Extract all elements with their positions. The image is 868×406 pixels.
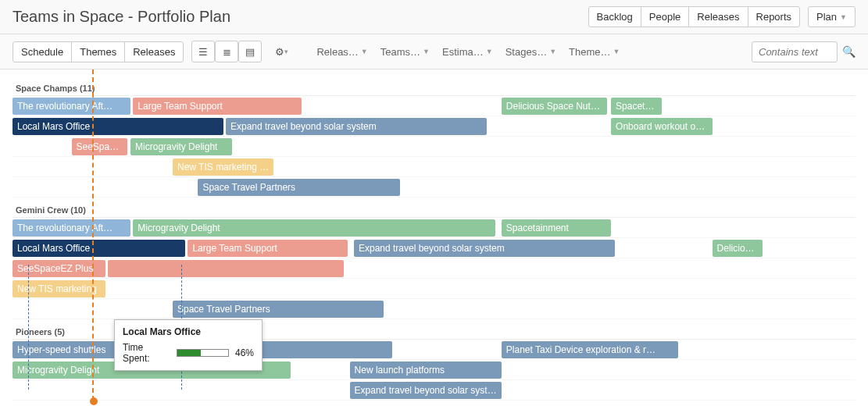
gantt-bar[interactable]: Spacetainment [502, 219, 611, 237]
layout-1-icon[interactable]: ☰ [191, 41, 215, 62]
chevron-down-icon: ▼ [423, 48, 430, 55]
gantt-bar[interactable]: Spacetai… [611, 98, 662, 115]
gantt-row: SeeSpaceEZ Plus [13, 258, 855, 279]
group-header[interactable]: Gemini Crew (10) [13, 201, 855, 218]
plan-label: Plan [816, 11, 837, 23]
gantt-bar[interactable] [108, 260, 344, 277]
gantt-bar[interactable]: Microgravity Delight [133, 219, 495, 237]
plan-dropdown[interactable]: Plan ▼ [808, 6, 855, 27]
chevron-down-icon: ▼ [486, 48, 493, 55]
gantt-bar[interactable]: Local Mars Office [13, 240, 185, 257]
gantt-row: Space Travel Partners [13, 177, 855, 198]
gantt-bar[interactable]: Expand travel beyond solar system [226, 118, 487, 135]
gantt-bar[interactable]: Onboard workout opt… [611, 118, 712, 135]
gantt-bar[interactable]: Expand travel beyond solar system [354, 240, 615, 257]
view-tabs: Schedule Themes Releases [13, 41, 184, 62]
nav-releases[interactable]: Releases [688, 6, 748, 27]
gantt-bar[interactable]: New TIS marketing [13, 280, 105, 297]
filter-teams[interactable]: Teams…▼ [380, 46, 430, 58]
tab-schedule[interactable]: Schedule [13, 41, 72, 62]
gear-icon[interactable]: ⚙ ▾ [270, 41, 293, 62]
gantt-bar[interactable]: The revolutionary Aft… [13, 219, 130, 237]
gantt-bar[interactable]: Expand travel beyond solar system [350, 382, 502, 399]
gantt-bar[interactable]: Large Team Support [133, 98, 302, 115]
tooltip-title: Local Mars Office [123, 326, 254, 337]
bar-tooltip: Local Mars Office Time Spent: 46% [114, 319, 263, 371]
gantt-bar[interactable]: Space Travel Partners [198, 179, 400, 196]
gantt-bar[interactable]: Local Mars Office [13, 118, 223, 135]
gantt-row: New TIS marketing c… [13, 157, 855, 177]
chevron-down-icon: ▼ [361, 48, 368, 55]
layout-buttons: ☰ ≣ ▤ [191, 41, 262, 62]
group-header[interactable]: Space Champs (11) [13, 79, 855, 96]
gantt-bar[interactable]: Delicious Space Nutr… [502, 98, 607, 115]
gantt-row: The revolutionary Aft…Microgravity Delig… [13, 218, 855, 238]
search-input[interactable] [752, 41, 838, 62]
gantt-row: New TIS marketing [13, 279, 855, 299]
tab-themes[interactable]: Themes [71, 41, 125, 62]
tooltip-percent: 46% [235, 347, 254, 358]
filter-estimates[interactable]: Estima…▼ [442, 46, 493, 58]
layout-2-icon[interactable]: ≣ [215, 41, 238, 62]
gantt-bar[interactable]: Planet Taxi Device exploration & r… [502, 341, 679, 358]
chevron-down-icon: ▼ [840, 13, 847, 21]
gantt-row: SeeSpa…Microgravity Delight [13, 137, 855, 157]
gantt-bar[interactable]: Deliciou… [713, 240, 763, 257]
gantt-bar[interactable]: Microgravity Delight [130, 138, 231, 155]
tooltip-label: Time Spent: [123, 342, 170, 364]
search-icon[interactable]: 🔍 [842, 45, 855, 58]
gantt-row: Space Travel Partners [13, 299, 855, 319]
top-nav: Backlog People Releases Reports [588, 6, 800, 27]
gantt-row: The revolutionary Aft…Large Team Support… [13, 96, 855, 116]
chevron-down-icon: ▼ [549, 48, 556, 55]
nav-backlog[interactable]: Backlog [588, 6, 641, 27]
page-title: Teams in Space - Portfolio Plan [13, 8, 588, 26]
layout-3-icon[interactable]: ▤ [238, 41, 262, 62]
gantt-bar[interactable]: New launch platforms [350, 361, 502, 379]
gantt-bar[interactable]: SeeSpaceEZ Plus [13, 260, 105, 277]
gantt-bar[interactable]: Space Travel Partners [173, 301, 384, 318]
tab-releases[interactable]: Releases [124, 41, 184, 62]
filter-stages[interactable]: Stages…▼ [505, 46, 556, 58]
nav-reports[interactable]: Reports [748, 6, 801, 27]
chevron-down-icon: ▼ [613, 48, 620, 55]
gantt-row: Local Mars OfficeExpand travel beyond so… [13, 116, 855, 137]
filter-themes[interactable]: Theme…▼ [569, 46, 620, 58]
gantt-bar[interactable]: New TIS marketing c… [173, 158, 273, 176]
gantt-bar[interactable]: SeeSpa… [72, 138, 127, 155]
gantt-bar[interactable]: The revolutionary Aft… [13, 98, 130, 115]
gantt-bar[interactable]: Large Team Support [188, 240, 348, 257]
nav-people[interactable]: People [641, 6, 689, 27]
progress-bar [177, 349, 229, 357]
gantt-row: Local Mars OfficeLarge Team SupportExpan… [13, 238, 855, 258]
gantt-row: Expand travel beyond solar system [13, 380, 855, 401]
filter-releases[interactable]: Releas…▼ [316, 46, 367, 58]
